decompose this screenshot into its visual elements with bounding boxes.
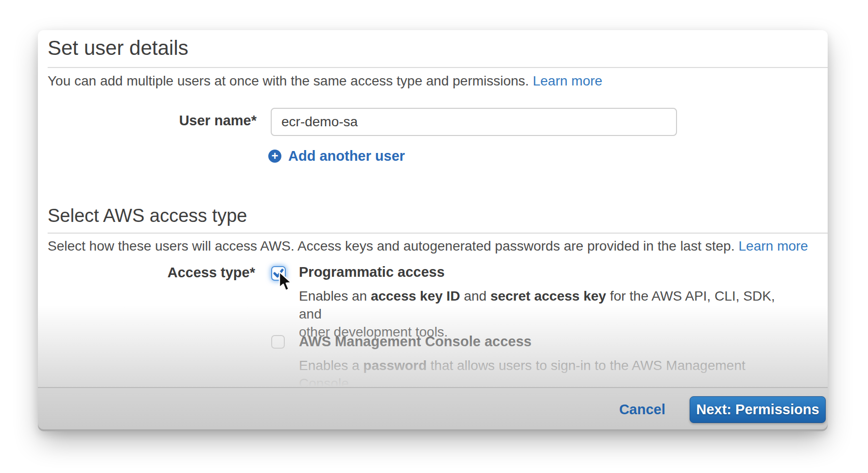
cancel-button[interactable]: Cancel (619, 402, 665, 418)
learn-more-link-access[interactable]: Learn more (738, 238, 808, 253)
programmatic-access-checkbox[interactable] (271, 266, 286, 281)
console-access-checkbox[interactable] (271, 335, 285, 349)
wizard-footer: Cancel Next: Permissions (38, 387, 828, 431)
user-details-description-text: You can add multiple users at once with … (48, 73, 533, 88)
username-input[interactable] (271, 108, 677, 136)
username-label: User name* (38, 113, 257, 129)
programmatic-access-description: Enables an access key ID and secret acce… (299, 287, 790, 341)
next-permissions-button[interactable]: Next: Permissions (690, 396, 826, 423)
access-type-divider (48, 233, 828, 234)
access-type-label: Access type* (38, 265, 255, 281)
plus-icon: + (268, 150, 281, 163)
set-user-details-panel: Set user details You can add multiple us… (38, 30, 828, 431)
programmatic-access-title: Programmatic access (299, 265, 790, 280)
learn-more-link-users[interactable]: Learn more (533, 73, 602, 88)
add-another-user-button[interactable]: + Add another user (268, 148, 405, 164)
access-type-description: Select how these users will access AWS. … (48, 237, 808, 255)
section-title-access-type: Select AWS access type (48, 205, 247, 227)
programmatic-access-option: Programmatic access Enables an access ke… (299, 265, 790, 341)
checkmark-icon (273, 268, 284, 279)
user-details-description: You can add multiple users at once with … (48, 72, 602, 90)
console-access-title: AWS Management Console access (299, 334, 790, 350)
console-access-option: AWS Management Console access Enables a … (299, 334, 790, 392)
title-divider (48, 67, 828, 68)
add-another-user-label: Add another user (288, 148, 405, 164)
access-type-description-text: Select how these users will access AWS. … (48, 238, 738, 253)
page-title: Set user details (48, 36, 189, 60)
